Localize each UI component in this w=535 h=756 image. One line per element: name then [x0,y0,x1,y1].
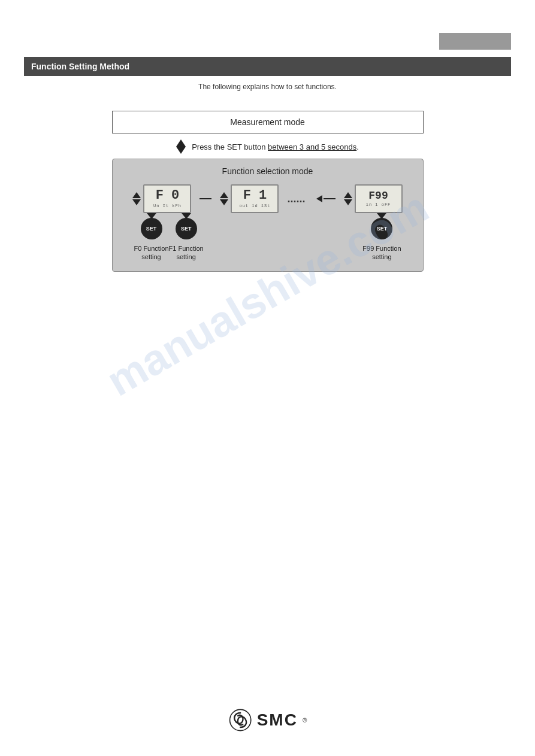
f99-unit: F99 in 1 oFF [344,184,403,213]
smc-logo: SMC® [228,708,307,732]
intro-section: The following explains how to set functi… [24,83,511,93]
function-selection-title: Function selection mode [222,166,313,176]
f1-display-with-arrows: F 1 out 1d 1St [220,184,279,213]
f1-sub-text: out 1d 1St [239,204,270,208]
f99-lcd-screen: F99 in 1 oFF [355,184,403,213]
horiz-arrow-right1 [200,198,211,199]
f0-display-value: F 0 [156,189,180,202]
horiz-arrow-left [316,195,335,202]
f1-set-button[interactable]: SET [176,218,197,239]
measurement-mode-box: Measurement mode [112,111,424,133]
f99-arrow-up-icon [344,192,352,198]
f1-unit: F 1 out 1d 1St [220,184,279,213]
f99-display-value: F99 [368,190,388,201]
f0-display-with-arrows: F 0 Un It kPh [132,184,191,213]
f0-label-line2: setting [134,253,169,261]
f1-display-value: F 1 [243,189,267,202]
f99-set-button[interactable]: SET [371,218,392,239]
smc-dot: ® [303,717,307,724]
page-number-box [439,33,511,50]
intro-line1: The following explains how to set functi… [24,83,511,91]
f99-display-with-arrows: F99 in 1 oFF [344,184,403,213]
f1-arrow-up-icon [220,192,228,198]
f0-set-group: SET F0 Function setting [134,218,169,262]
f0-to-f1-arrow [200,198,211,199]
arrow-line-icon [200,198,211,199]
smc-text: SMC [257,711,298,730]
f1-label-line2: setting [169,253,204,261]
f99-arrows [344,192,352,205]
header-bar: Function Setting Method [24,57,511,76]
f99-set-label: SET [377,226,388,232]
f0-lcd-screen: F 0 Un It kPh [143,184,191,213]
f0-arrows [132,192,141,205]
measurement-mode-label: Measurement mode [230,117,305,127]
triangle-down-icon [176,147,186,154]
header-title: Function Setting Method [31,62,129,71]
f99-arrow-down-icon [344,199,352,205]
up-down-arrow-icon [176,139,186,154]
diagram-container: Measurement mode Press the SET button be… [60,111,475,272]
dots-connector: ...... [287,193,305,205]
f1-lcd-screen: F 1 out 1d 1St [231,184,279,213]
f0-sub-text: Un It kPh [153,204,182,208]
f1-set-label: SET [181,226,192,232]
smc-swirl-icon [228,708,252,732]
arrow-row: Press the SET button between 3 and 5 sec… [176,139,359,154]
f1-arrows [220,192,228,205]
f1-set-group: SET F1 Function setting [169,218,204,262]
f0-function-label: F0 Function setting [134,244,169,262]
f0-arrow-down-icon [132,199,141,205]
f99-sub-text: in 1 oFF [366,202,391,207]
lcd-row: F 0 Un It kPh [132,184,402,213]
f0-set-label: SET [146,226,157,232]
f99-label-line2: setting [362,253,401,261]
arrow-line-icon2 [324,198,335,199]
press-instruction-text: Press the SET button between 3 and 5 sec… [192,142,359,151]
arrow-head-left-icon [316,195,322,202]
f99-function-label: F99 Function setting [362,244,401,262]
f0-arrow-up-icon [132,192,141,198]
f1-label-line1: F1 Function [169,244,204,253]
f0-set-button[interactable]: SET [141,218,162,239]
f1-arrow-down-icon [220,199,228,205]
set-buttons-row: SET F0 Function setting SET F1 Function … [122,218,413,262]
triangle-up-icon [176,139,186,147]
f0-unit: F 0 Un It kPh [132,184,191,213]
function-selection-box: Function selection mode F 0 Un It kPh [112,159,424,272]
press-bold-text: between 3 and 5 seconds [268,142,356,151]
f1-function-label: F1 Function setting [169,244,204,262]
f99-set-group: SET F99 Function setting [362,218,401,262]
to-f99-arrow [316,195,335,202]
f99-label-line1: F99 Function [362,244,401,253]
f0-label-line1: F0 Function [134,244,169,253]
